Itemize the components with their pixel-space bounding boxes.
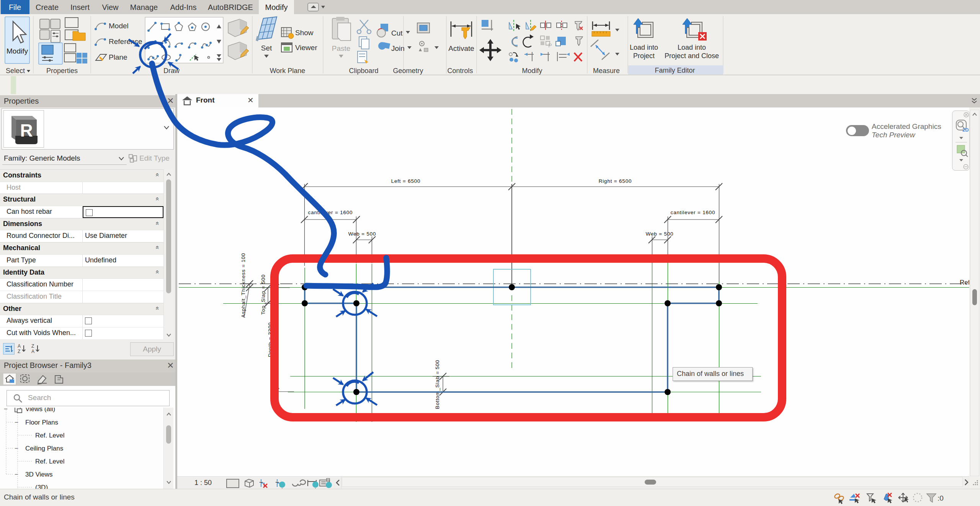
svg-text:Plane: Plane — [109, 53, 127, 61]
svg-text:Controls: Controls — [447, 67, 473, 75]
svg-text:Insert: Insert — [70, 3, 90, 11]
svg-text:A: A — [18, 343, 21, 349]
svg-text:Cut: Cut — [391, 29, 403, 37]
svg-text:File: File — [9, 3, 21, 11]
svg-text:2D: 2D — [962, 127, 969, 133]
svg-text:Top_Slap = 500: Top_Slap = 500 — [260, 274, 266, 314]
svg-text:cantilever = 1600: cantilever = 1600 — [671, 210, 715, 215]
svg-text:Select: Select — [6, 67, 25, 75]
svg-text:Work Plane: Work Plane — [270, 67, 305, 75]
svg-text:Manage: Manage — [130, 3, 158, 11]
svg-text:cantilever = 1600: cantilever = 1600 — [308, 210, 353, 215]
svg-text:Modify: Modify — [522, 67, 542, 75]
svg-text:P: P — [548, 42, 552, 49]
svg-text:Paste: Paste — [332, 44, 351, 52]
svg-text:Web = 500: Web = 500 — [646, 231, 674, 237]
svg-text:Reference: Reference — [109, 37, 142, 46]
svg-text:Z: Z — [18, 349, 20, 354]
svg-text:Ref. Level: Ref. Level — [960, 279, 969, 286]
svg-text:Draw: Draw — [163, 67, 180, 75]
svg-text:Z: Z — [31, 343, 34, 349]
svg-text:Web = 500: Web = 500 — [348, 231, 376, 237]
svg-text:Family Editor: Family Editor — [655, 67, 695, 74]
svg-text:Geometry: Geometry — [393, 67, 423, 75]
svg-text:Load into: Load into — [630, 44, 658, 51]
svg-text:AutoBRIDGE: AutoBRIDGE — [208, 3, 253, 11]
svg-text:Clipboard: Clipboard — [349, 67, 378, 75]
svg-text:Model: Model — [109, 22, 129, 30]
svg-text:Right = 6500: Right = 6500 — [599, 178, 632, 184]
svg-text:View: View — [102, 3, 119, 11]
svg-text:Modify: Modify — [7, 47, 28, 55]
svg-text:Activate: Activate — [448, 44, 474, 52]
svg-text:Add-Ins: Add-Ins — [170, 3, 197, 11]
svg-text:Set: Set — [261, 44, 272, 52]
svg-text:A: A — [31, 349, 34, 354]
svg-text:Depth = 3300: Depth = 3300 — [267, 322, 273, 357]
svg-text:R: R — [20, 120, 33, 140]
svg-text:Load into: Load into — [678, 44, 706, 51]
svg-text:Project and Close: Project and Close — [665, 52, 719, 60]
svg-text:Asphalt_Thickness = 100: Asphalt_Thickness = 100 — [240, 253, 246, 318]
svg-text:Left = 6500: Left = 6500 — [391, 178, 421, 184]
svg-text:Project: Project — [633, 52, 655, 60]
svg-text:Show: Show — [295, 29, 314, 37]
svg-text:Modify: Modify — [265, 3, 288, 11]
svg-text::0: :0 — [938, 494, 944, 502]
svg-text:Bottom_Slab = 500: Bottom_Slab = 500 — [434, 360, 440, 409]
svg-text:Viewer: Viewer — [295, 44, 317, 52]
svg-text:Measure: Measure — [593, 67, 620, 75]
svg-text:Create: Create — [36, 3, 59, 11]
svg-text:Properties: Properties — [46, 67, 78, 75]
svg-text:Join: Join — [391, 44, 405, 52]
